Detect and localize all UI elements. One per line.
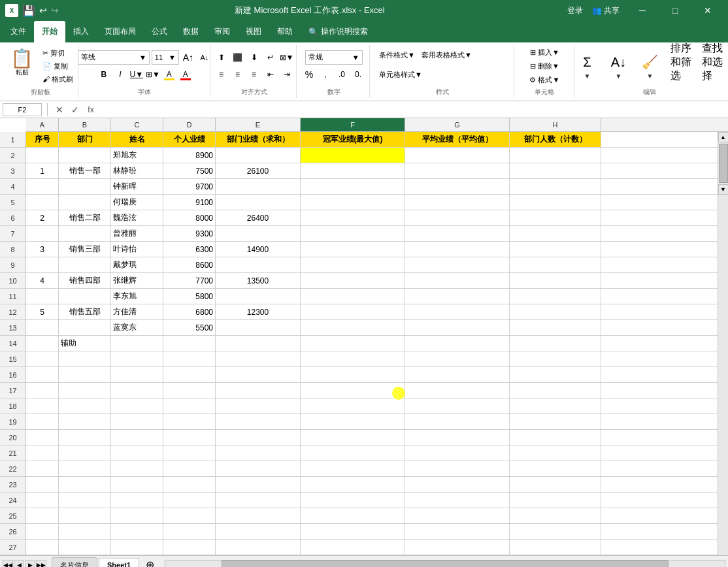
cell-f12[interactable] — [301, 304, 405, 319]
cell-d12[interactable]: 6800 — [163, 304, 216, 319]
redo-icon[interactable]: ↪ — [51, 5, 59, 16]
maximize-button[interactable]: □ — [660, 0, 690, 21]
font-color-button[interactable]: A — [178, 67, 193, 82]
cell-a5[interactable] — [26, 195, 59, 210]
cell-style-button[interactable]: 单元格样式▼ — [376, 69, 425, 81]
sum-button[interactable]: Σ ▼ — [572, 49, 601, 82]
cell-b10[interactable]: 销售四部 — [59, 273, 111, 288]
cell-f6[interactable] — [301, 210, 405, 225]
row-num-7[interactable]: 7 — [0, 226, 26, 242]
cell-c1[interactable]: 姓名 — [111, 132, 163, 147]
cell-a18[interactable] — [26, 398, 59, 413]
cell-h9[interactable] — [510, 257, 601, 272]
cell-a22[interactable] — [26, 461, 59, 476]
cell-h12[interactable] — [510, 304, 601, 319]
cell-b4[interactable] — [59, 179, 111, 194]
add-sheet-button[interactable]: ⊕ — [141, 556, 159, 567]
cell-h6[interactable] — [510, 210, 601, 225]
align-middle-button[interactable]: ⬛ — [231, 50, 245, 65]
vertical-scrollbar[interactable]: ▲ ▼ — [718, 132, 728, 555]
tab-review[interactable]: 审阅 — [207, 21, 238, 42]
scroll-up-button[interactable]: ▲ — [718, 132, 729, 142]
cancel-formula-button[interactable]: ✕ — [53, 103, 66, 116]
col-header-h[interactable]: H — [510, 118, 601, 131]
row-num-11[interactable]: 11 — [0, 289, 26, 304]
cell-g1[interactable]: 平均业绩（平均值） — [405, 132, 510, 147]
cell-d2[interactable]: 8900 — [163, 148, 216, 163]
border-button[interactable]: ⊞▼ — [146, 67, 160, 82]
align-bottom-button[interactable]: ⬇ — [247, 50, 261, 65]
share-icon[interactable]: 👥 共享 — [592, 5, 620, 16]
row-num-21[interactable]: 21 — [0, 446, 26, 461]
cell-f7[interactable] — [301, 226, 405, 241]
cell-h2[interactable] — [510, 148, 601, 163]
cell-a7[interactable] — [26, 226, 59, 241]
sheet-nav-next[interactable]: ▶ — [25, 560, 35, 568]
cell-b11[interactable] — [59, 289, 111, 304]
cell-c10[interactable]: 张继辉 — [111, 273, 163, 288]
percent-button[interactable]: % — [302, 67, 316, 82]
tab-help[interactable]: 帮助 — [269, 21, 301, 42]
cell-a15[interactable] — [26, 351, 59, 366]
cell-d11[interactable]: 5800 — [163, 289, 216, 304]
row-num-16[interactable]: 16 — [0, 367, 26, 383]
cell-a23[interactable] — [26, 477, 59, 492]
row-num-18[interactable]: 18 — [0, 398, 26, 414]
tab-file[interactable]: 文件 — [3, 21, 34, 42]
row-num-4[interactable]: 4 — [0, 179, 26, 195]
cell-a17[interactable] — [26, 383, 59, 398]
cell-h7[interactable] — [510, 226, 601, 241]
cell-a16[interactable] — [26, 367, 59, 382]
row-num-15[interactable]: 15 — [0, 351, 26, 367]
sheet-nav-first[interactable]: ◀◀ — [3, 560, 13, 568]
clear-button[interactable]: 🧹 ▼ — [635, 49, 664, 82]
cell-a13[interactable] — [26, 320, 59, 335]
cell-d5[interactable]: 9100 — [163, 195, 216, 210]
insert-function-button[interactable]: fx — [84, 103, 97, 116]
cell-a3[interactable]: 1 — [26, 163, 59, 178]
tab-search[interactable]: 🔍 操作说明搜索 — [301, 21, 376, 42]
cell-a26[interactable] — [26, 524, 59, 539]
cell-d9[interactable]: 8600 — [163, 257, 216, 272]
find-select-button[interactable]: 查找和选择 — [698, 49, 727, 75]
cell-e2[interactable] — [216, 148, 301, 163]
row-num-8[interactable]: 8 — [0, 242, 26, 257]
cell-d3[interactable]: 7500 — [163, 163, 216, 178]
cell-e7[interactable] — [216, 226, 301, 241]
cell-e6[interactable]: 26400 — [216, 210, 301, 225]
row-num-22[interactable]: 22 — [0, 461, 26, 477]
cell-a24[interactable] — [26, 493, 59, 508]
cell-b14[interactable]: 辅助 — [59, 336, 111, 351]
tab-view[interactable]: 视图 — [238, 21, 269, 42]
row-num-12[interactable]: 12 — [0, 304, 26, 320]
cell-b7[interactable] — [59, 226, 111, 241]
cell-e12[interactable]: 12300 — [216, 304, 301, 319]
fill-color-button[interactable]: A — [162, 67, 176, 82]
login-button[interactable]: 登录 — [561, 3, 589, 19]
row-num-19[interactable]: 19 — [0, 414, 26, 430]
confirm-formula-button[interactable]: ✓ — [69, 103, 82, 116]
increase-indent-button[interactable]: ⇥ — [280, 67, 294, 82]
underline-button[interactable]: U▼ — [129, 67, 144, 82]
cell-a6[interactable]: 2 — [26, 210, 59, 225]
cell-h11[interactable] — [510, 289, 601, 304]
tab-formulas[interactable]: 公式 — [144, 21, 175, 42]
save-icon[interactable]: 💾 — [22, 5, 35, 17]
row-num-26[interactable]: 26 — [0, 524, 26, 540]
cell-c12[interactable]: 方佳清 — [111, 304, 163, 319]
cell-c2[interactable]: 郑旭东 — [111, 148, 163, 163]
cell-e13[interactable] — [216, 320, 301, 335]
cell-c5[interactable]: 何瑞庚 — [111, 195, 163, 210]
cell-f4[interactable] — [301, 179, 405, 194]
row-num-13[interactable]: 13 — [0, 320, 26, 336]
align-top-button[interactable]: ⬆ — [214, 50, 229, 65]
cell-d7[interactable]: 9300 — [163, 226, 216, 241]
cell-g10[interactable] — [405, 273, 510, 288]
col-header-d[interactable]: D — [163, 118, 216, 131]
insert-button[interactable]: ⊞ 插入▼ — [527, 46, 562, 59]
row-num-3[interactable]: 3 — [0, 163, 26, 179]
font-name-selector[interactable]: 等线▼ — [78, 50, 150, 65]
row-num-6[interactable]: 6 — [0, 210, 26, 226]
cell-a12[interactable]: 5 — [26, 304, 59, 319]
cell-g13[interactable] — [405, 320, 510, 335]
